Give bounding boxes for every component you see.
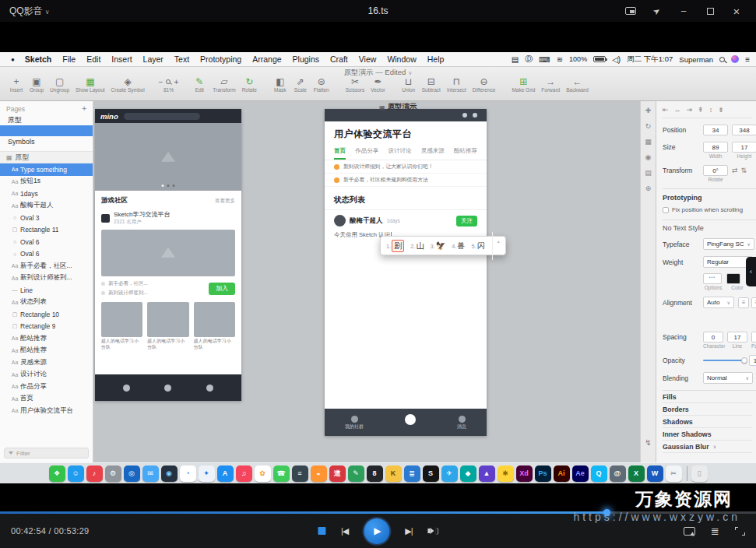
dock-app-icon[interactable]: ✱ xyxy=(498,465,514,482)
group-card[interactable]: 超人的电话学习小分队 xyxy=(101,302,142,350)
artboard-community[interactable]: mino 游戏社区 查看更多 Sketch学习交流平台 xyxy=(95,109,241,401)
inspector-section[interactable]: Fills xyxy=(663,391,752,403)
inspector-section[interactable]: Inner Shadows xyxy=(663,428,752,441)
app-menu-button[interactable]: QQ影音 xyxy=(9,0,50,22)
dock-app-icon[interactable]: ▯ xyxy=(691,465,708,482)
layer-item[interactable]: Aa 酷站推荐 xyxy=(0,332,93,345)
status-icon[interactable]: ▤ xyxy=(512,55,519,64)
layer-item[interactable]: Aa 新到设计师签到... xyxy=(0,272,93,285)
join-button[interactable]: 加入 xyxy=(209,283,235,295)
toolbar-tool[interactable]: ✎ Edit xyxy=(189,76,209,93)
dock-app-icon[interactable]: Q xyxy=(591,465,607,482)
text-color-swatch[interactable] xyxy=(726,273,740,284)
text-style-dropdown[interactable]: No Text Style xyxy=(663,224,756,232)
video-frame[interactable]: ● Sketch FileEditInsertLayerTextPrototyp… xyxy=(0,52,756,483)
menu-item[interactable]: Prototyping xyxy=(195,54,247,64)
status-icon[interactable]: ⌨ xyxy=(539,55,550,64)
volume-icon[interactable]: ◁) xyxy=(612,55,621,64)
notification-center-icon[interactable]: ≡ xyxy=(745,55,750,64)
layer-item[interactable]: Aa 酸梅干超人 xyxy=(0,200,93,213)
align-icon[interactable]: ↔ xyxy=(674,106,681,114)
add-page-button[interactable]: + xyxy=(82,104,86,113)
dock-app-icon[interactable]: 8 xyxy=(367,465,383,482)
layer-item[interactable]: Aa 新手必看，社区... xyxy=(0,260,93,272)
layer-item[interactable]: ▢ Rectangle 9 xyxy=(0,321,93,333)
position-x-field[interactable]: 34 xyxy=(703,125,728,135)
position-y-field[interactable]: 348 xyxy=(732,125,756,135)
zoom-out-icon[interactable]: − xyxy=(159,78,164,86)
menu-item[interactable]: Arrange xyxy=(247,54,287,64)
volume-button[interactable] xyxy=(428,528,439,535)
spacing-field[interactable]: 0 xyxy=(751,332,756,342)
screenshot-button[interactable] xyxy=(684,527,695,536)
layer-item[interactable]: ○ Oval 3 xyxy=(0,212,93,224)
typeface-dropdown[interactable]: PingFang SC xyxy=(703,238,754,250)
dock-app-icon[interactable]: ◆ xyxy=(460,465,476,482)
dock-app-icon[interactable]: ◒ xyxy=(311,465,327,482)
toolbar-tool[interactable]: ✂ Scissors xyxy=(343,76,368,93)
dock-app-icon[interactable]: ✎ xyxy=(348,465,364,482)
inspector-section[interactable]: Borders xyxy=(663,403,752,416)
toolbar-tool[interactable]: + Insert xyxy=(6,76,26,93)
toolbar-tool[interactable]: ▦ Show Layout xyxy=(72,76,108,93)
craft-icon[interactable]: ▤ xyxy=(645,169,652,177)
apple-menu-icon[interactable]: ● xyxy=(6,56,19,63)
notice-row[interactable]: 新手必看，社区相关规则和使用方法 xyxy=(325,174,487,187)
follow-button[interactable]: 关注 xyxy=(456,216,477,227)
align-icon[interactable]: ⇥ xyxy=(687,106,693,114)
layer-item[interactable]: Aa 状态列表 xyxy=(0,297,93,309)
layer-item[interactable]: Aa 作品分享 xyxy=(0,381,93,393)
menubar-user[interactable]: Superman xyxy=(679,55,713,64)
toolbar-tool[interactable]: ▣ Group xyxy=(26,76,47,93)
menu-item[interactable]: Insert xyxy=(106,54,137,64)
dock-app-icon[interactable]: X xyxy=(628,465,645,482)
opacity-slider[interactable] xyxy=(703,360,745,361)
dock-app-icon[interactable]: ✉ xyxy=(142,465,159,482)
menubar-clock[interactable]: 周二 下午1:07 xyxy=(627,54,673,65)
spacing-field[interactable]: 0 xyxy=(703,332,723,342)
craft-icon[interactable]: ↻ xyxy=(645,122,652,130)
tab[interactable]: 灵感来源 xyxy=(421,147,445,160)
slider-knob[interactable] xyxy=(741,357,747,364)
dock-app-icon[interactable]: Ai xyxy=(554,465,570,482)
layers-header[interactable]: 原型 xyxy=(0,151,93,163)
zoom-in-icon[interactable]: + xyxy=(174,78,178,86)
flip-icon[interactable]: ⇅ xyxy=(741,167,747,174)
craft-icon[interactable]: ◉ xyxy=(645,153,652,161)
previous-button[interactable]: |◀ xyxy=(341,526,348,536)
maximize-button[interactable] xyxy=(697,0,723,22)
dock-app-icon[interactable]: A xyxy=(217,465,234,482)
menu-item[interactable]: Help xyxy=(422,54,450,64)
page-item[interactable] xyxy=(0,125,93,136)
dock-app-icon[interactable]: ⚙ xyxy=(105,465,121,482)
dock-app-icon[interactable]: ≡ xyxy=(292,465,308,482)
menu-item[interactable]: File xyxy=(57,54,81,64)
craft-icon[interactable]: ✚ xyxy=(645,107,652,114)
toolbar-tool[interactable]: ▢ Ungroup xyxy=(47,76,72,93)
layer-item[interactable]: Aa 1days xyxy=(0,188,93,200)
layer-item[interactable]: Aa 酷站推荐 xyxy=(0,345,93,357)
dock-app-icon[interactable]: W xyxy=(647,465,663,482)
dock-app-icon[interactable]: S xyxy=(423,465,439,482)
layer-item[interactable]: ▢ Rectangle 11 xyxy=(0,224,93,237)
toolbar-tool[interactable]: ✒ Vector xyxy=(367,76,388,93)
toolbar-tool[interactable]: ▱ Transform xyxy=(209,76,238,93)
tab[interactable]: 首页 xyxy=(334,147,346,160)
ime-candidate[interactable]: 4. 兽 xyxy=(452,241,465,251)
menu-item[interactable]: Window xyxy=(382,54,421,64)
align-icon[interactable]: ⇤ xyxy=(663,106,669,114)
dock-app-icon[interactable]: 道 xyxy=(329,465,346,482)
dock-app-icon[interactable]: ✦ xyxy=(199,465,215,482)
dock-app-icon[interactable]: ✂ xyxy=(666,465,682,482)
align-icon[interactable]: ⇞ xyxy=(698,106,704,114)
rotate-field[interactable]: 0° xyxy=(703,165,728,176)
stop-button[interactable] xyxy=(318,527,325,535)
menu-item[interactable]: Layer xyxy=(138,54,169,64)
ime-candidate[interactable]: 2. 山 xyxy=(410,241,424,251)
spacing-field[interactable]: 17 xyxy=(727,332,747,342)
ime-candidate[interactable]: 1. 剧 xyxy=(386,240,404,252)
dock-app-icon[interactable]: ❖ xyxy=(49,465,65,482)
pip-button[interactable] xyxy=(617,0,644,22)
menu-item[interactable]: Plugins xyxy=(287,54,325,64)
fullscreen-button[interactable] xyxy=(735,527,745,536)
